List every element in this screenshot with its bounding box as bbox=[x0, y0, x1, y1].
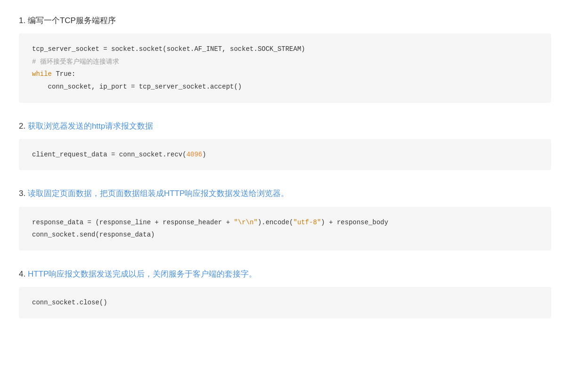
section-2: 2. 获取浏览器发送的http请求报文数据 client_request_dat… bbox=[19, 120, 551, 171]
code-string-rn: "\r\n" bbox=[234, 219, 257, 226]
section-4-title: 4. HTTP响应报文数据发送完成以后，关闭服务于客户端的套接字。 bbox=[19, 268, 551, 280]
section-3-title: 3. 读取固定页面数据，把页面数据组装成HTTP响应报文数据发送给浏览器。 bbox=[19, 187, 551, 200]
code-line-recv: client_request_data = conn_socket.recv(4… bbox=[32, 148, 538, 161]
keyword-while: while bbox=[32, 70, 52, 78]
code-line-close: conn_socket.close() bbox=[32, 296, 538, 309]
main-content: 1. 编写一个TCP服务端程序 tcp_server_socket = sock… bbox=[19, 14, 551, 318]
section-1-title: 1. 编写一个TCP服务端程序 bbox=[19, 14, 551, 27]
section-3-title-highlight: 读取固定页面数据，把页面数据组装成HTTP响应报文数据发送给浏览器。 bbox=[28, 189, 289, 198]
code-recv-suffix: ) bbox=[202, 151, 206, 158]
section-4-code: conn_socket.close() bbox=[19, 287, 551, 318]
code-line-response: response_data = (response_line + respons… bbox=[32, 216, 538, 229]
section-2-title: 2. 获取浏览器发送的http请求报文数据 bbox=[19, 120, 551, 132]
section-2-title-highlight: 获取浏览器发送的http请求报文数据 bbox=[28, 122, 153, 131]
section-4-title-highlight: HTTP响应报文数据发送完成以后，关闭服务于客户端的套接字。 bbox=[28, 270, 257, 278]
section-4: 4. HTTP响应报文数据发送完成以后，关闭服务于客户端的套接字。 conn_s… bbox=[19, 268, 551, 318]
code-recv-prefix: client_request_data = conn_socket.recv( bbox=[32, 151, 187, 158]
code-string-utf8: "utf-8" bbox=[293, 219, 321, 226]
section-3-code: response_data = (response_line + respons… bbox=[19, 207, 551, 251]
section-1: 1. 编写一个TCP服务端程序 tcp_server_socket = sock… bbox=[19, 14, 551, 103]
section-2-code: client_request_data = conn_socket.recv(4… bbox=[19, 139, 551, 171]
code-line-accept: conn_socket, ip_port = tcp_server_socket… bbox=[32, 81, 538, 93]
code-line: tcp_server_socket = socket.socket(socket… bbox=[32, 43, 538, 56]
code-line-send: conn_socket.send(response_data) bbox=[32, 229, 538, 241]
code-response-encode-prefix: ).encode( bbox=[258, 219, 293, 226]
section-1-code: tcp_server_socket = socket.socket(socket… bbox=[19, 33, 551, 102]
section-3: 3. 读取固定页面数据，把页面数据组装成HTTP响应报文数据发送给浏览器。 re… bbox=[19, 187, 551, 250]
code-recv-number: 4096 bbox=[187, 151, 203, 158]
code-line-comment: # 循环接受客户端的连接请求 bbox=[32, 56, 538, 68]
code-response-suffix: ) + response_body bbox=[321, 219, 388, 226]
code-line-while: while True: bbox=[32, 68, 538, 81]
code-response-prefix: response_data = (response_line + respons… bbox=[32, 219, 234, 226]
code-true: True: bbox=[52, 70, 75, 78]
